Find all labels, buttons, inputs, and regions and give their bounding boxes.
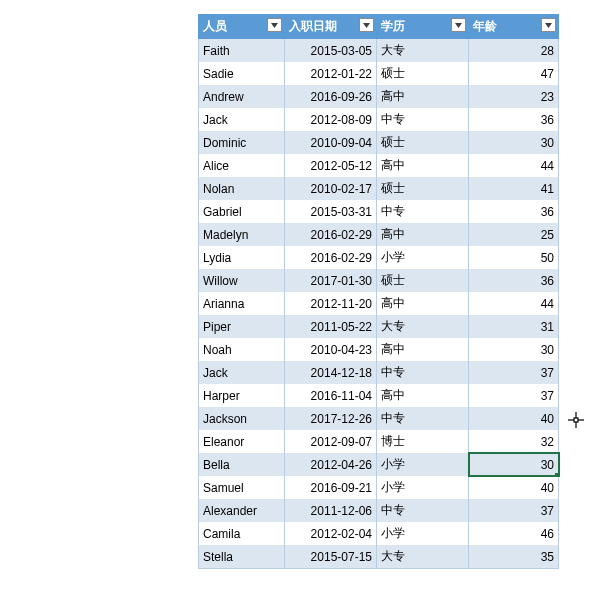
cell-age[interactable]: 37 <box>469 499 559 522</box>
cell-age[interactable]: 50 <box>469 246 559 269</box>
cell-education[interactable]: 高中 <box>377 338 469 361</box>
table-row[interactable]: Lydia2016-02-29小学50 <box>199 246 559 269</box>
table-row[interactable]: Arianna2012-11-20高中44 <box>199 292 559 315</box>
table-row[interactable]: Sadie2012-01-22硕士47 <box>199 62 559 85</box>
cell-education[interactable]: 小学 <box>377 246 469 269</box>
cell-person[interactable]: Jack <box>199 361 285 384</box>
cell-hire-date[interactable]: 2012-04-26 <box>285 453 377 476</box>
cell-age[interactable]: 36 <box>469 108 559 131</box>
cell-age[interactable]: 47 <box>469 62 559 85</box>
table-row[interactable]: Nolan2010-02-17硕士41 <box>199 177 559 200</box>
table-row[interactable]: Samuel2016-09-21小学40 <box>199 476 559 499</box>
table-row[interactable]: Faith2015-03-05大专28 <box>199 39 559 63</box>
cell-education[interactable]: 高中 <box>377 223 469 246</box>
cell-person[interactable]: Gabriel <box>199 200 285 223</box>
cell-education[interactable]: 硕士 <box>377 131 469 154</box>
cell-age[interactable]: 37 <box>469 384 559 407</box>
cell-person[interactable]: Bella <box>199 453 285 476</box>
fill-handle[interactable] <box>555 473 559 476</box>
table-row[interactable]: Eleanor2012-09-07博士32 <box>199 430 559 453</box>
table-row[interactable]: Stella2015-07-15大专35 <box>199 545 559 569</box>
cell-hire-date[interactable]: 2010-02-17 <box>285 177 377 200</box>
cell-hire-date[interactable]: 2011-12-06 <box>285 499 377 522</box>
table-row[interactable]: Piper2011-05-22大专31 <box>199 315 559 338</box>
cell-age[interactable]: 30 <box>469 131 559 154</box>
cell-education[interactable]: 小学 <box>377 522 469 545</box>
cell-education[interactable]: 高中 <box>377 384 469 407</box>
table-row[interactable]: Andrew2016-09-26高中23 <box>199 85 559 108</box>
header-hire-date[interactable]: 入职日期 <box>285 15 377 39</box>
cell-age[interactable]: 44 <box>469 154 559 177</box>
cell-education[interactable]: 硕士 <box>377 62 469 85</box>
cell-education[interactable]: 中专 <box>377 200 469 223</box>
cell-hire-date[interactable]: 2015-07-15 <box>285 545 377 569</box>
cell-hire-date[interactable]: 2017-12-26 <box>285 407 377 430</box>
cell-education[interactable]: 中专 <box>377 108 469 131</box>
table-row[interactable]: Willow2017-01-30硕士36 <box>199 269 559 292</box>
cell-age[interactable]: 36 <box>469 269 559 292</box>
cell-person[interactable]: Sadie <box>199 62 285 85</box>
table-row[interactable]: Jack2014-12-18中专37 <box>199 361 559 384</box>
cell-education[interactable]: 高中 <box>377 85 469 108</box>
cell-age[interactable]: 30 <box>469 338 559 361</box>
cell-education[interactable]: 硕士 <box>377 177 469 200</box>
cell-hire-date[interactable]: 2012-05-12 <box>285 154 377 177</box>
table-row[interactable]: Madelyn2016-02-29高中25 <box>199 223 559 246</box>
cell-education[interactable]: 中专 <box>377 499 469 522</box>
table-row[interactable]: Bella2012-04-26小学30 <box>199 453 559 476</box>
cell-education[interactable]: 博士 <box>377 430 469 453</box>
cell-age[interactable]: 28 <box>469 39 559 63</box>
cell-hire-date[interactable]: 2016-09-26 <box>285 85 377 108</box>
cell-hire-date[interactable]: 2012-01-22 <box>285 62 377 85</box>
cell-hire-date[interactable]: 2012-09-07 <box>285 430 377 453</box>
filter-dropdown-icon[interactable] <box>359 18 374 32</box>
table-row[interactable]: Camila2012-02-04小学46 <box>199 522 559 545</box>
cell-person[interactable]: Harper <box>199 384 285 407</box>
table-row[interactable]: Alexander2011-12-06中专37 <box>199 499 559 522</box>
cell-education[interactable]: 中专 <box>377 407 469 430</box>
filter-dropdown-icon[interactable] <box>541 18 556 32</box>
cell-person[interactable]: Eleanor <box>199 430 285 453</box>
header-education[interactable]: 学历 <box>377 15 469 39</box>
cell-hire-date[interactable]: 2012-02-04 <box>285 522 377 545</box>
cell-person[interactable]: Samuel <box>199 476 285 499</box>
cell-person[interactable]: Jack <box>199 108 285 131</box>
cell-person[interactable]: Dominic <box>199 131 285 154</box>
cell-person[interactable]: Alice <box>199 154 285 177</box>
header-person[interactable]: 人员 <box>199 15 285 39</box>
cell-hire-date[interactable]: 2014-12-18 <box>285 361 377 384</box>
cell-hire-date[interactable]: 2016-02-29 <box>285 246 377 269</box>
cell-education[interactable]: 大专 <box>377 315 469 338</box>
cell-hire-date[interactable]: 2016-02-29 <box>285 223 377 246</box>
cell-hire-date[interactable]: 2015-03-05 <box>285 39 377 63</box>
header-age[interactable]: 年龄 <box>469 15 559 39</box>
cell-hire-date[interactable]: 2012-11-20 <box>285 292 377 315</box>
cell-person[interactable]: Stella <box>199 545 285 569</box>
cell-age[interactable]: 40 <box>469 407 559 430</box>
cell-education[interactable]: 中专 <box>377 361 469 384</box>
cell-education[interactable]: 大专 <box>377 39 469 63</box>
cell-person[interactable]: Jackson <box>199 407 285 430</box>
cell-education[interactable]: 小学 <box>377 453 469 476</box>
cell-hire-date[interactable]: 2015-03-31 <box>285 200 377 223</box>
cell-person[interactable]: Alexander <box>199 499 285 522</box>
cell-hire-date[interactable]: 2010-09-04 <box>285 131 377 154</box>
cell-person[interactable]: Madelyn <box>199 223 285 246</box>
table-row[interactable]: Dominic2010-09-04硕士30 <box>199 131 559 154</box>
cell-person[interactable]: Willow <box>199 269 285 292</box>
cell-age[interactable]: 25 <box>469 223 559 246</box>
cell-person[interactable]: Noah <box>199 338 285 361</box>
filter-dropdown-icon[interactable] <box>267 18 282 32</box>
cell-person[interactable]: Faith <box>199 39 285 63</box>
cell-age[interactable]: 30 <box>469 453 559 476</box>
cell-education[interactable]: 高中 <box>377 292 469 315</box>
cell-age[interactable]: 40 <box>469 476 559 499</box>
cell-education[interactable]: 高中 <box>377 154 469 177</box>
cell-hire-date[interactable]: 2010-04-23 <box>285 338 377 361</box>
cell-age[interactable]: 41 <box>469 177 559 200</box>
cell-education[interactable]: 硕士 <box>377 269 469 292</box>
cell-education[interactable]: 大专 <box>377 545 469 569</box>
cell-age[interactable]: 46 <box>469 522 559 545</box>
cell-age[interactable]: 31 <box>469 315 559 338</box>
cell-person[interactable]: Piper <box>199 315 285 338</box>
